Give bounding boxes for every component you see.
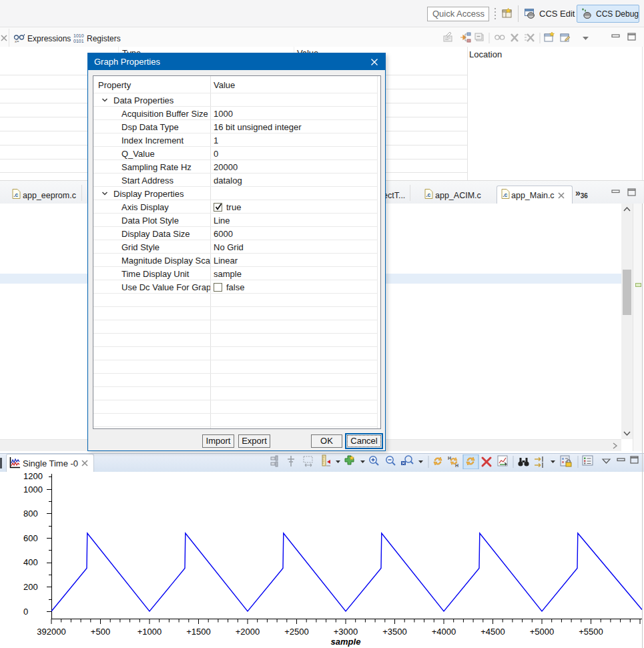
svg-text:+4500: +4500 [480, 627, 505, 637]
svg-text:1010: 1010 [73, 33, 84, 38]
svg-text:600: 600 [23, 533, 38, 543]
svg-text:1000: 1000 [23, 484, 43, 495]
svg-text:sample: sample [331, 637, 361, 647]
svg-text:.c: .c [503, 192, 507, 198]
svg-text:200: 200 [23, 582, 38, 592]
svg-text:+3000: +3000 [334, 627, 358, 637]
svg-text:+5500: +5500 [579, 627, 603, 637]
svg-text:392000: 392000 [37, 627, 65, 637]
svg-text:0: 0 [23, 607, 28, 617]
svg-text:+1000: +1000 [137, 627, 162, 637]
svg-text:.c: .c [426, 192, 430, 198]
svg-text:+500: +500 [91, 627, 110, 637]
svg-text:+5000: +5000 [530, 627, 555, 637]
svg-text:x=: x= [15, 39, 19, 43]
svg-text:800: 800 [23, 509, 38, 519]
svg-text:+1500: +1500 [186, 627, 211, 637]
svg-text:+4000: +4000 [432, 627, 456, 637]
svg-text:0101: 0101 [73, 39, 84, 43]
svg-text:1200: 1200 [23, 472, 43, 481]
svg-text:+2500: +2500 [284, 627, 309, 637]
svg-text:+2000: +2000 [236, 627, 260, 637]
svg-text:+3500: +3500 [382, 627, 407, 637]
svg-text:.c: .c [13, 192, 18, 198]
svg-text:400: 400 [23, 557, 38, 567]
